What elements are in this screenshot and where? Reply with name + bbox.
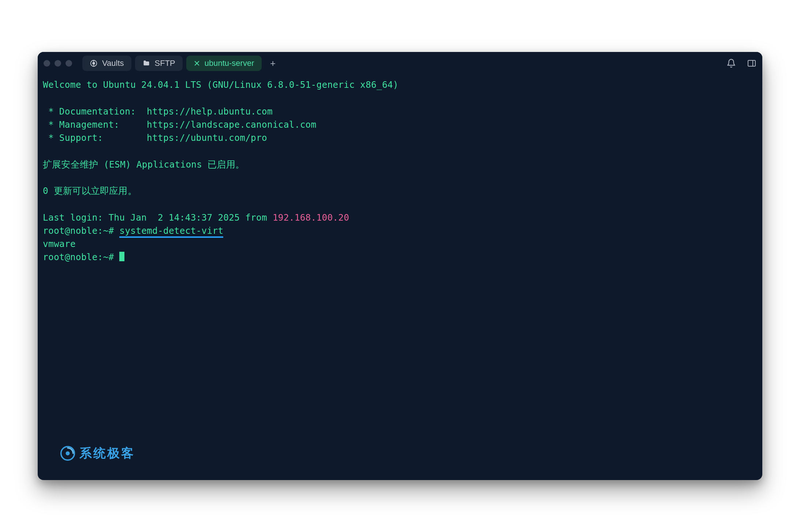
bell-icon[interactable] xyxy=(726,58,737,69)
motd-updates: 0 更新可以立即应用。 xyxy=(43,186,137,196)
tab-label: SFTP xyxy=(155,59,175,68)
close-window-button[interactable] xyxy=(44,60,50,67)
tab-vaults[interactable]: Vaults xyxy=(82,56,131,71)
tab-label: Vaults xyxy=(102,59,124,68)
watermark-text: 系统极客 xyxy=(79,445,135,462)
motd-doc-label: * Documentation: xyxy=(43,106,147,117)
motd-sup-label: * Support: xyxy=(43,132,147,143)
prompt-path: :~# xyxy=(98,252,120,262)
terminal-body[interactable]: Welcome to Ubuntu 24.04.1 LTS (GNU/Linux… xyxy=(38,75,762,480)
motd-esm: 扩展安全维护 (ESM) Applications 已启用。 xyxy=(43,159,244,170)
prompt-user: root@noble xyxy=(43,252,98,262)
tab-sftp[interactable]: SFTP xyxy=(135,56,183,71)
svg-point-9 xyxy=(66,452,70,456)
motd-banner: Welcome to Ubuntu 24.04.1 LTS (GNU/Linux… xyxy=(43,79,399,90)
new-tab-button[interactable]: + xyxy=(265,56,281,71)
tab-ubuntu-server[interactable]: ubuntu-server xyxy=(186,56,262,71)
close-icon[interactable] xyxy=(194,60,200,67)
svg-rect-6 xyxy=(748,60,755,66)
last-login-ip: 192.168.100.20 xyxy=(273,212,349,223)
terminal-window: Vaults SFTP ubuntu-server + xyxy=(38,52,762,480)
motd-mgmt-label: * Management: xyxy=(43,119,147,130)
vault-icon xyxy=(90,59,98,67)
command-text: systemd-detect-virt xyxy=(119,225,223,238)
titlebar: Vaults SFTP ubuntu-server + xyxy=(38,52,762,75)
watermark: 系统极客 xyxy=(60,445,135,462)
motd-doc-url: https://help.ubuntu.com xyxy=(147,106,273,117)
motd-sup-url: https://ubuntu.com/pro xyxy=(147,132,267,143)
tab-label: ubuntu-server xyxy=(205,59,254,68)
maximize-window-button[interactable] xyxy=(66,60,72,67)
cursor xyxy=(119,252,124,261)
minimize-window-button[interactable] xyxy=(55,60,61,67)
sidebar-icon[interactable] xyxy=(746,58,757,69)
motd-mgmt-url: https://landscape.canonical.com xyxy=(147,119,316,130)
command-output: vmware xyxy=(43,239,76,249)
watermark-logo-icon xyxy=(60,445,76,461)
svg-point-1 xyxy=(93,62,95,64)
folder-icon xyxy=(142,60,150,67)
prompt-user: root@noble xyxy=(43,225,98,236)
last-login-prefix: Last login: Thu Jan 2 14:43:37 2025 from xyxy=(43,212,273,223)
window-controls xyxy=(44,60,72,67)
prompt-path: :~# xyxy=(98,225,120,236)
